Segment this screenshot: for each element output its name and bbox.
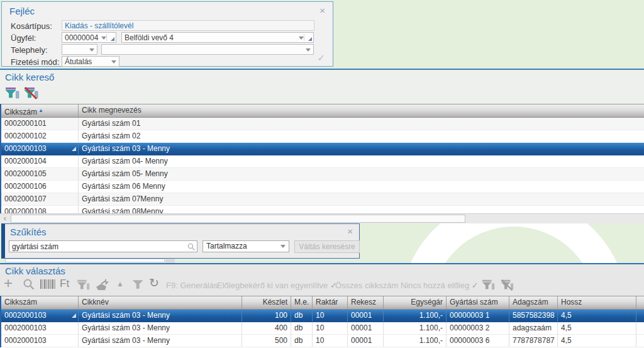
filter-edit-icon[interactable] (77, 278, 91, 295)
table-row[interactable]: 0002000107 Gyártási szám 07Menny (1, 193, 644, 206)
move-up-icon[interactable]: ▲ (116, 279, 124, 288)
cell-megnevezes: Gyártási szám 07Menny (79, 193, 644, 205)
focused-row-marker-icon (72, 147, 76, 151)
column-header-cikkszam[interactable]: Cikkszám (1, 296, 79, 309)
item-selection-toolbar: + Ft ▲ ↻ F9: Generálás Előlegbekérő ki v… (0, 277, 644, 295)
filter-clear-icon[interactable] (24, 86, 40, 102)
chevron-down-icon (89, 48, 94, 52)
resize-grip-icon (308, 37, 312, 41)
match-mode-combo[interactable]: Tartalmazza (203, 240, 289, 252)
chevron-down-icon (280, 245, 286, 248)
no-advance-toggle[interactable]: Nincs hozzá előleg ✓ (401, 281, 479, 290)
cell-me: db (291, 322, 313, 334)
sort-asc-icon: ▲ (38, 108, 43, 113)
site-name-combo[interactable] (101, 44, 314, 55)
cell-hossz: 4,5 (558, 335, 636, 347)
filter-icon[interactable] (132, 278, 145, 293)
filter-panel: Szűkítés × Tartalmazza Váltás keresésre (1, 223, 360, 259)
payment-method-combo[interactable]: Átutalás (62, 56, 119, 67)
cell-adagszam: 5857582398 (509, 310, 558, 322)
all-item-numbers-action[interactable]: Összes cikkszám (335, 281, 398, 290)
cell-cikkszam: 0002000103 (1, 310, 79, 322)
cell-egysegar: 1.100,- (384, 335, 447, 347)
cell-megnevezes: Gyártási szám 01 (79, 118, 644, 130)
scroll-left-icon[interactable]: ‹ (0, 214, 10, 223)
cell-rekesz: 00001 (348, 335, 384, 347)
cell-raktar: 10 (313, 322, 348, 334)
scrollbar-remnant-box (165, 259, 175, 263)
filter-edit-icon[interactable] (5, 86, 21, 102)
table-row-selected[interactable]: 0002000103 Gyártási szám 03 - Menny (1, 143, 644, 155)
column-header-keszlet[interactable]: Készlet (242, 296, 291, 309)
cell-egysegar: 1.100,- (384, 310, 447, 322)
cell-keszlet: 400 (242, 322, 291, 334)
customer-code-combo[interactable]: 00000004 (62, 32, 116, 43)
basket-type-field[interactable]: Kiadás - szállítólevél (62, 20, 314, 31)
cell-me: db (291, 310, 313, 322)
column-header-adagszam[interactable]: Adagszám (509, 296, 558, 309)
table-row[interactable]: 0002000103 Gyártási szám 03 - Menny 500 … (1, 335, 644, 347)
table-row-selected[interactable]: 0002000103 Gyártási szám 03 - Menny 100 … (1, 310, 644, 322)
column-header-cikknev[interactable]: Cikknév (79, 296, 242, 309)
table-row[interactable]: 0002000104 Gyártási szám 04- Menny (1, 155, 644, 168)
customer-label: Ügyfél: (11, 33, 36, 43)
customer-code-value: 00000004 (65, 33, 98, 42)
column-header-egysegar[interactable]: Egységár (384, 296, 447, 309)
column-header-rekesz[interactable]: Rekesz (348, 296, 384, 309)
cell-cikknev: Gyártási szám 03 - Menny (79, 335, 242, 347)
customer-name-combo[interactable]: Belföldi vevő 4 (121, 32, 314, 43)
close-icon[interactable]: × (347, 227, 353, 236)
barcode-icon[interactable] (40, 279, 55, 291)
cell-gyartasi: 00000003 1 (447, 310, 509, 322)
table-row[interactable]: 0002000101 Gyártási szám 01 (1, 118, 644, 130)
payment-method-label: Fizetési mód: (11, 57, 59, 67)
horizontal-scrollbar[interactable]: ‹ (0, 213, 644, 223)
column-header-raktar[interactable]: Raktár (313, 296, 348, 309)
search-icon[interactable] (23, 278, 35, 293)
basket-type-label: Kosártípus: (11, 21, 52, 31)
column-header-gyartasi[interactable]: Gyártási szám (447, 296, 509, 309)
panel-title: Fejléc (9, 6, 35, 16)
focused-row-marker-icon (72, 313, 76, 318)
column-header-cikkszam[interactable]: Cikkszám▲ (1, 104, 79, 117)
cell-adagszam: 7787878787 (509, 335, 558, 347)
cell-megnevezes: Gyártási szám 03 - Menny (79, 143, 644, 155)
cell-cikkszam: 0002000103 (1, 322, 79, 334)
cell-cikkszam: 0002000103 (1, 335, 79, 347)
cell-cikkszam: 0002000105 (1, 168, 79, 180)
add-icon[interactable]: + (4, 274, 13, 292)
confirm-check-icon[interactable]: ✓ (317, 52, 325, 64)
cell-megnevezes: Gyártási szám 02 (79, 130, 644, 142)
column-header-hossz[interactable]: Hossz (558, 296, 636, 309)
table-row[interactable]: 0002000106 Gyártási szám 06 Menny (1, 181, 644, 193)
check-icon: ✓ (472, 281, 479, 290)
chevron-down-icon (111, 60, 116, 64)
cell-cikkszam: 0002000107 (1, 193, 79, 205)
switch-search-button[interactable]: Váltás keresésre (294, 240, 360, 253)
search-input[interactable] (9, 240, 197, 252)
cell-rekesz: 00001 (348, 310, 384, 322)
filter-edit-icon[interactable] (482, 278, 496, 295)
cell-hossz: 4,5 (558, 310, 636, 322)
forint-price-icon[interactable]: Ft (60, 278, 69, 290)
item-search-panel: Cikk kereső Cikkszám▲ Cikk megnevezés 00… (0, 69, 644, 222)
column-header-megnevezes[interactable]: Cikk megnevezés (79, 104, 644, 117)
table-row[interactable]: 0002000102 Gyártási szám 02 (1, 130, 644, 143)
table-row[interactable]: 0002000103 Gyártási szám 03 - Menny 400 … (1, 322, 644, 335)
table-row[interactable]: 0002000105 Gyártási szám 05- Menny (1, 168, 644, 181)
chevron-down-icon (299, 36, 304, 40)
filter-clear-icon[interactable] (501, 278, 514, 295)
close-icon[interactable]: × (319, 6, 325, 15)
scrollbar-thumb[interactable] (11, 215, 465, 223)
cell-cikkszam: 0002000102 (1, 130, 79, 142)
customer-name-value: Belföldi vevő 4 (125, 33, 174, 42)
column-header-me[interactable]: M.e. (291, 296, 313, 309)
match-mode-value: Tartalmazza (206, 242, 247, 250)
cell-keszlet: 500 (242, 335, 291, 347)
f9-generate-action[interactable]: F9: Generálás (166, 281, 218, 290)
site-code-combo[interactable] (62, 44, 97, 55)
chevron-down-icon (101, 36, 106, 40)
advance-settled-toggle[interactable]: Előlegbekérő ki van egyenlítve ✓ (217, 281, 337, 290)
refresh-icon[interactable]: ↻ (149, 276, 159, 290)
generate-serial-icon[interactable] (94, 278, 109, 295)
